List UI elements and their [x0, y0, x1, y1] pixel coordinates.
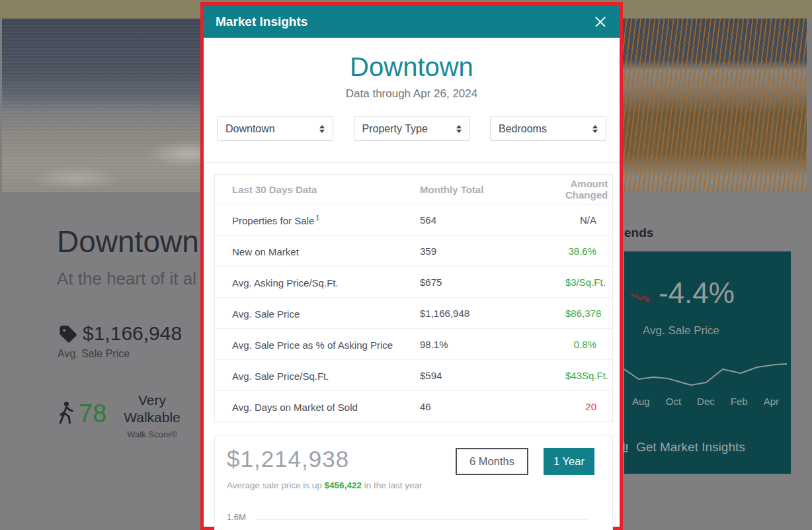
row-monthly-total: 359: [420, 245, 565, 257]
get-market-insights-label: Get Market Insights: [636, 440, 745, 455]
price-trend-panel: $1,214,938 Average sale price is up $456…: [214, 435, 613, 530]
y-axis-gridline: [256, 519, 589, 519]
row-monthly-total: 564: [420, 214, 565, 226]
modal-title: Market Insights: [216, 15, 307, 29]
row-label: Avg. Asking Price/Sq.Ft.: [232, 277, 339, 288]
row-label: Avg. Sale Price/Sq.Ft.: [232, 371, 329, 382]
trend-change-label: Avg. Sale Price: [643, 324, 719, 337]
table-row: Avg. Sale Price/Sq.Ft. $594 $43Sq.Ft.: [215, 359, 612, 390]
row-label: Avg. Sale Price: [232, 308, 300, 320]
row-label: Avg. Days on Market of Sold: [232, 402, 358, 413]
row-monthly-total: $675: [420, 277, 565, 288]
avg-sale-price-label: Avg. Sale Price: [58, 348, 130, 360]
walk-score-label: Walk Score®: [118, 429, 186, 439]
row-amount-changed: $3/Sq.Ft.: [565, 277, 606, 288]
row-monthly-total: 46: [420, 401, 565, 412]
six-months-button[interactable]: 6 Months: [456, 448, 528, 475]
select-arrows-icon: [592, 125, 598, 133]
select-arrows-icon: [319, 125, 325, 133]
row-amount-changed: $43Sq.Ft.: [565, 370, 608, 381]
neighborhood-title: Downtown: [57, 224, 199, 259]
modal-area-title: Downtown: [204, 52, 620, 82]
market-trends-heading-fragment: ends: [624, 226, 653, 240]
table-row: Properties for Sale1 564 N/A: [215, 204, 612, 235]
modal-intro-section: Downtown Data through Apr 26, 2024 Downt…: [204, 38, 620, 163]
row-monthly-total: $594: [420, 370, 565, 381]
table-row: Avg. Sale Price as % of Asking Price 98.…: [215, 328, 612, 359]
select-arrows-icon: [456, 125, 462, 133]
get-market-insights-link[interactable]: Get Market Insights: [619, 440, 745, 455]
filters-row: Downtown Property Type Bedrooms: [217, 116, 606, 141]
row-label: Properties for Sale: [232, 215, 314, 226]
market-insights-modal: Market Insights Downtown Data through Ap…: [200, 2, 623, 530]
x-label-aug: Aug: [632, 396, 650, 407]
table-header-row: Last 30 Days Data Monthly Total Amount C…: [215, 175, 612, 204]
neighborhood-select-value: Downtown: [225, 123, 275, 135]
table-row: Avg. Asking Price/Sq.Ft. $675 $3/Sq.Ft.: [215, 266, 612, 297]
row-amount-changed: N/A: [565, 214, 596, 226]
col-header-metric: Last 30 Days Data: [232, 184, 420, 195]
row-label: Avg. Sale Price as % of Asking Price: [232, 339, 393, 351]
avg-sale-price-big: $1,214,938: [227, 446, 349, 472]
property-type-select-value: Property Type: [362, 123, 428, 135]
page-root: Downtown At the heart of it al $1,166,94…: [0, 0, 812, 530]
walk-score-number: 78: [79, 400, 106, 428]
avg-sale-price-value: $1,166,948: [83, 322, 182, 345]
trend-change-value: -4.4%: [659, 277, 735, 310]
row-amount-changed: $86,378: [565, 308, 601, 319]
bedrooms-select[interactable]: Bedrooms: [490, 116, 606, 141]
market-trends-card: -4.4% Avg. Sale Price Aug Oct Dec Feb Ap…: [624, 251, 791, 474]
x-label-dec: Dec: [697, 396, 715, 407]
table-row: New on Market 359 38.6%: [215, 235, 612, 266]
col-header-amount-changed: Amount Changed: [565, 178, 608, 200]
row-superscript: 1: [315, 214, 319, 222]
row-label: New on Market: [232, 246, 299, 257]
modal-data-through: Data through Apr 26, 2024: [204, 87, 620, 101]
row-monthly-total: 98.1%: [420, 339, 565, 350]
neighborhood-tagline: At the heart of it al: [57, 269, 196, 289]
modal-header: Market Insights: [204, 5, 620, 38]
row-amount-changed: 0.8%: [565, 339, 596, 350]
x-label-feb: Feb: [731, 396, 748, 407]
one-year-button[interactable]: 1 Year: [544, 448, 594, 475]
table-row: Avg. Days on Market of Sold 46 20: [215, 390, 612, 421]
walking-person-icon: [56, 401, 75, 429]
price-caption: Average sale price is up $456,422 in the…: [227, 480, 422, 490]
last-30-days-table: Last 30 Days Data Monthly Total Amount C…: [214, 174, 613, 422]
hero-photo-beach-grass: [622, 19, 807, 192]
row-amount-changed: 20: [565, 401, 596, 412]
x-label-oct: Oct: [666, 396, 681, 407]
y-axis-label: 1.6M: [227, 512, 246, 522]
bedrooms-select-value: Bedrooms: [499, 123, 547, 135]
x-label-apr: Apr: [764, 396, 779, 407]
trend-down-arrow-icon: [629, 289, 655, 310]
col-header-monthly-total: Monthly Total: [420, 184, 565, 195]
trend-x-axis-labels: Aug Oct Dec Feb Apr: [624, 396, 787, 407]
walk-score-rating-block: Very Walkable Walk Score®: [118, 392, 186, 439]
property-type-select[interactable]: Property Type: [354, 116, 470, 141]
price-tag-icon: [58, 324, 79, 347]
walk-score-rating: Very Walkable: [118, 392, 186, 427]
trend-sparkline-chart: [624, 354, 787, 400]
close-icon[interactable]: [592, 13, 609, 30]
neighborhood-select[interactable]: Downtown: [217, 116, 333, 141]
row-monthly-total: $1,166,948: [420, 308, 565, 319]
table-row: Avg. Sale Price $1,166,948 $86,378: [215, 297, 612, 328]
price-caption-amount: $456,422: [325, 480, 362, 490]
row-amount-changed: 38.6%: [565, 245, 596, 257]
